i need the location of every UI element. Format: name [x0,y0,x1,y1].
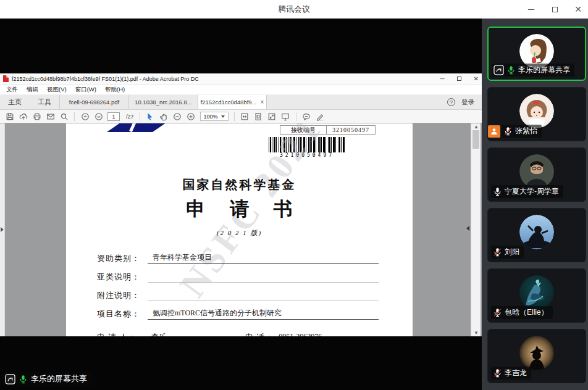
login-button[interactable]: 登录 [461,98,474,107]
chevron-down-icon [221,115,225,118]
acrobat-tabbar: 主页 工具 fcell-09-698264.pdf10.1038_nrc.201… [0,95,482,110]
tab-close-icon[interactable]: × [259,99,264,106]
screen-share-icon [5,374,15,384]
select-tool-icon[interactable] [146,112,155,121]
participant-tile[interactable]: 刘阳 [487,208,586,262]
participant-name: 张紫怡 [515,126,537,136]
zoom-in-icon[interactable] [187,112,196,121]
collapse-right-panel-icon[interactable] [466,226,469,231]
scroll-down-icon[interactable]: ▼ [471,330,481,336]
mic-muted-icon [493,247,502,257]
fit-page-icon[interactable] [254,112,263,121]
field-value [148,281,379,283]
participant-tile[interactable]: 宁夏大学-周学章 [487,147,586,202]
acrobat-minimize-button[interactable]: ─ [440,75,445,82]
phone-label: 电 话： [245,332,274,336]
barcode-bars [269,137,345,152]
participants-sidebar: 李乐的屏幕共享张紫怡宁夏大学-周学章刘阳包晗（Ellie）李吉龙 [482,19,588,390]
participant-tile[interactable]: 包晗（Ellie） [487,268,586,323]
participant-tile[interactable]: 张紫怡 [487,87,586,141]
save-icon[interactable] [5,112,14,121]
zoom-level-dropdown[interactable]: 100% [200,112,229,121]
meeting-title: 腾讯会议 [278,4,310,15]
tab-tools[interactable]: 工具 [30,95,59,109]
acrobat-restore-button[interactable] [457,77,461,81]
nsfc-logo [107,123,169,132]
print-icon[interactable] [32,112,41,121]
menu-edit[interactable]: 编辑 [22,86,43,94]
screen-share-stage: f2152cd1cc0d48bf98b7f4b1cf38fe9f FS01(1)… [0,19,482,390]
form-row: 项目名称：氨调控mTORC信号通路的分子机制研究 [97,309,379,320]
highlight-pen-icon[interactable] [316,112,325,121]
document-viewport: 接收编号 3210050497 3210050497 NSFC 2021 国家自… [0,123,482,336]
share-status-chip: 李乐的屏幕共享 [2,371,93,386]
member-badge-icon [488,125,500,138]
participant-name: 李乐的屏幕共享 [518,65,570,75]
form-row: 资助类别：青年科学基金项目 [97,253,379,264]
next-page-icon[interactable] [94,112,103,121]
document-tab-1[interactable]: 10.1038_nrc.2016.8... [128,95,198,109]
help-icon[interactable]: ? [447,98,455,106]
expand-panel-icon[interactable] [1,227,4,232]
acrobat-close-button[interactable]: ✕ [474,75,479,82]
field-value: 青年科学基金项目 [148,252,379,264]
document-edition: (2 0 2 1 版) [66,228,413,238]
avatar-cartoon-girl-red-bow [519,94,554,128]
field-label: 亚类说明： [97,272,148,283]
mic-icon [506,65,516,75]
fullscreen-icon[interactable] [267,112,277,121]
zoom-out-icon[interactable] [173,112,182,121]
comment-icon[interactable] [302,112,311,121]
menu-window[interactable]: 窗口(W) [71,86,101,94]
menu-view[interactable]: 视图(V) [43,86,71,94]
vertical-scrollbar[interactable]: ▲ ▼ [471,123,481,336]
close-button[interactable]: ✕ [573,4,583,14]
share-status-text: 李乐的屏幕共享 [31,373,87,384]
email-icon[interactable] [46,112,55,121]
restore-button[interactable] [550,4,560,14]
document-tab-2[interactable]: f2152cd1cc0d48bf9...× [198,95,267,109]
hand-tool-icon[interactable] [159,112,169,121]
form-row: 亚类说明： [97,272,379,283]
avatar-silhouette-sky [519,215,554,249]
field-value: 氨调控mTORC信号通路的分子机制研究 [148,308,379,320]
scroll-up-icon[interactable]: ▲ [471,124,481,130]
acrobat-toolbar: 1 /27 100% [0,110,482,123]
applicant-value: 李乐 [148,332,228,336]
cloud-upload-icon[interactable] [19,112,28,121]
field-label: 项目名称： [97,309,148,320]
receipt-number-box: 接收编号 3210050497 [280,125,376,135]
participant-tile[interactable]: 李乐的屏幕共享 [487,27,586,81]
scrollbar-thumb[interactable] [472,130,479,149]
minimize-button[interactable]: ─ [526,4,536,14]
document-tab-0[interactable]: fcell-09-698264.pdf [59,95,128,109]
acrobat-titlebar: f2152cd1cc0d48bf98b7f4b1cf38fe9f FS01(1)… [0,73,482,85]
applicant-row: 申 请 人： 李乐 电 话： 0951-2062976 [97,332,379,336]
acrobat-window: f2152cd1cc0d48bf98b7f4b1cf38fe9f FS01(1)… [0,73,482,336]
page-number-input[interactable]: 1 [107,112,120,121]
field-value [148,300,379,301]
mic-icon [493,187,502,196]
field-label: 资助类别： [97,253,148,264]
pdf-page: 接收编号 3210050497 3210050497 NSFC 2021 国家自… [66,123,413,336]
acrobat-window-title: f2152cd1cc0d48bf98b7f4b1cf38fe9f FS01(1)… [12,76,199,82]
avatar-fantasy-art [519,275,554,310]
participant-name: 刘阳 [505,247,519,257]
participant-tile[interactable]: 李吉龙 [487,329,586,383]
search-icon[interactable] [59,112,69,121]
receipt-value: 3210050497 [326,125,376,135]
previous-page-icon[interactable] [80,112,90,121]
barcode-number: 3210050497 [269,152,345,158]
fit-width-icon[interactable] [240,112,250,121]
navigation-pane-strip[interactable] [0,123,5,336]
tab-home[interactable]: 主页 [0,95,30,109]
applicant-label: 申 请 人： [97,332,148,336]
screen-share-icon [494,65,504,75]
avatar-silhouette-hat-moon [519,336,554,370]
participant-name: 李吉龙 [505,368,527,378]
tencent-meeting-window: 腾讯会议 ─ ✕ f2152cd1cc0d48bf98b7f4b1cf38fe9… [0,0,588,390]
reading-mode-icon[interactable] [281,112,290,121]
menu-file[interactable]: 文件 [2,86,22,94]
menu-help[interactable]: 帮助(H) [101,86,129,94]
phone-value: 0951-2062976 [274,332,360,336]
